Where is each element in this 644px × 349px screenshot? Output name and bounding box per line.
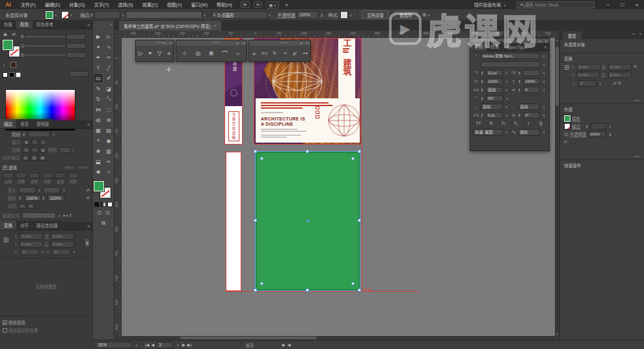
pencil-tool[interactable]: ✎ [93,83,103,94]
profile-flip-icons[interactable]: ▸◂ ⇕ [63,213,72,218]
draw-normal-icon[interactable]: ◱ [96,210,103,216]
none-swatch[interactable] [3,72,8,77]
selection-handle[interactable] [306,288,309,292]
gap-input[interactable] [42,173,53,178]
insert-right-select[interactable]: 自动 [518,104,541,110]
opacity-label[interactable]: 不透明度: [277,12,297,18]
maximize-button[interactable]: □ [615,2,630,8]
tab-transparency[interactable]: 透明度 [33,119,53,128]
fx-icon[interactable]: fx. [564,139,568,143]
width-profile-select[interactable] [126,11,202,19]
line-segment-tool[interactable]: ╱ [103,63,114,73]
rotate-tool[interactable]: ↻ [93,94,103,104]
magic-wand-tool[interactable]: ✦ [93,42,103,52]
corner-widget[interactable] [351,157,355,160]
scroll-up-icon[interactable]: ∧ [555,38,559,42]
leading-input[interactable] [523,70,540,76]
quick-app-icon[interactable]: Br [241,1,250,8]
quick-app-icon[interactable]: St [254,1,263,8]
tool-icon[interactable]: σ˚ [290,51,301,56]
screen-mode-icon[interactable]: ⧉ [98,218,109,229]
baseline-input[interactable]: 0 pt [486,112,503,119]
pen-tool[interactable]: ✒ [93,52,103,63]
x-input[interactable]: 0 mm [20,233,43,240]
none-mode-icon[interactable] [107,202,113,207]
style-swatch[interactable] [340,11,348,19]
corner-widget[interactable] [351,282,355,285]
selection-handle[interactable] [254,288,257,292]
hex-input[interactable] [69,71,88,77]
antialias-select[interactable]: 锐化 [518,129,541,135]
rotate-input[interactable]: 0° [21,249,39,255]
gradient-tool[interactable]: ▤ [103,125,114,135]
stroke-weight-input[interactable] [591,123,606,130]
h-input[interactable]: 0 mm [608,72,632,78]
y-input[interactable]: 0 mm [20,241,43,247]
scroll-down-icon[interactable]: ∨ [555,331,559,335]
kerning-select[interactable]: 自动 [486,87,503,93]
channel-slider[interactable] [25,46,65,46]
panel-menu-icon[interactable]: ≡ [544,45,546,49]
last-color-icon[interactable]: t. [3,63,5,67]
opacity-input[interactable]: 100% [297,11,319,19]
chevron-down-icon[interactable]: ∨ [69,13,74,17]
rectangle-tool[interactable]: ▭ [93,73,103,83]
shape-builder-tool[interactable]: ◍ [93,115,103,125]
search-input[interactable]: 搜索 Adobe Stock [517,1,595,8]
chevron-down-icon[interactable]: ∨ [202,13,208,17]
chevron-down-icon[interactable]: ∨ [53,13,59,17]
collapse-icon[interactable]: ▪▪ [300,41,302,45]
swap-fill-stroke-icon[interactable]: ⇄ [12,32,16,37]
tab-paragraph[interactable]: 段落 [487,42,503,51]
menu-item[interactable]: 选择(S) [113,1,137,8]
swap-arrows-icon[interactable]: ⇄ [87,188,90,193]
mesh-tool[interactable]: ▦ [93,125,103,135]
case-button[interactable]: T¹ [498,121,509,126]
case-button[interactable]: TT [473,121,484,126]
black-swatch[interactable] [9,72,14,77]
menu-item[interactable]: 文件(F) [16,1,40,8]
artboard-number-select[interactable]: 3 [156,342,173,348]
vertical-ruler[interactable]: 050100150200250300350400450500550 [114,38,122,336]
opacity-label[interactable]: 不透明度 [570,131,587,137]
tool-icon[interactable]: ◎ [193,50,203,57]
opacity-more-icon[interactable]: ❯ [608,132,613,136]
graph-tool[interactable]: ▥ [103,146,114,156]
selection-handle[interactable] [358,219,361,222]
tool-icon[interactable]: ⌒ [220,49,230,58]
weight-input[interactable] [28,131,50,137]
zoom-tool[interactable]: ⌕ [103,167,114,177]
arrange-icon[interactable]: ⊞∨ [423,12,432,18]
free-transform-tool[interactable]: ⬚ [103,104,114,115]
menu-item[interactable]: 编辑(E) [40,1,64,8]
stroke-label[interactable]: 描边 [572,123,580,130]
w-input[interactable]: 0 mm [51,233,74,240]
reference-point-grid[interactable]: ⊞ [564,64,569,78]
prev-artboard-icon[interactable]: ◀ [151,342,154,348]
tool-icon[interactable]: ⌐ [233,50,243,57]
proportional-input[interactable]: 0% [486,95,503,102]
dash-input[interactable] [55,173,66,178]
gap-input[interactable] [68,173,79,178]
menu-item[interactable]: 窗口(W) [187,1,212,8]
font-style-select[interactable]: - [481,61,540,68]
lasso-tool[interactable]: ∿ [103,42,114,52]
tearoff-panel-reshape[interactable]: ▪▪× ∞⊃⊂↻⊸σ˚⊶ [248,40,311,62]
panel-menu-icon[interactable]: ≡ [87,224,90,229]
fill-swatch[interactable] [564,115,570,122]
stroke-weight-input[interactable] [94,11,120,19]
width-tool[interactable]: ⋈ [93,104,103,115]
arrow-scale-end[interactable]: 100% [47,195,64,201]
collapse-toolbar-icon[interactable]: » [110,22,112,26]
tool-icon[interactable]: ֍ [206,50,217,57]
tab-color-guide[interactable]: 颜色参考 [33,20,57,29]
document-tab[interactable]: 鬼斧神工的建筑.ai* @ 50% (CMYK/GPU 预览) × [119,21,221,31]
corner-button[interactable]: ◰ [23,147,30,153]
corner-widget[interactable] [260,282,263,285]
color-cycle-icon[interactable]: ◉ [3,32,7,37]
panel-header[interactable]: ▪▪× [249,40,310,46]
panel-menu-icon[interactable]: ≡ [87,23,90,27]
next-artboard-icon[interactable]: ▶ [182,342,185,348]
close-icon[interactable]: × [243,41,245,45]
close-tab-icon[interactable]: × [214,23,217,28]
